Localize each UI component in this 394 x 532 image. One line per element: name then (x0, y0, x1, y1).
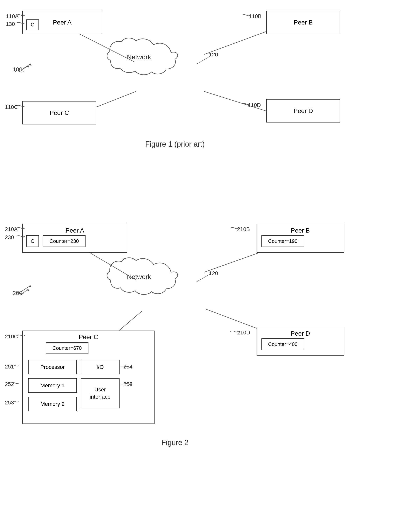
peer-a-counter-fig2: Counter=230 (43, 235, 86, 247)
label-251: 251 (5, 364, 14, 370)
peer-b-counter-fig2: Counter=190 (261, 235, 304, 247)
label-210a: 210A (5, 226, 17, 232)
peer-b-label-fig1: Peer B (294, 19, 313, 26)
peer-a-inner-c-fig2: C (26, 235, 39, 247)
arrow-100-fig1 (19, 64, 31, 72)
peer-c-counter-fig2: Counter=670 (46, 342, 88, 354)
arrow-200-fig2 (19, 288, 31, 296)
label-110b: 110B (249, 13, 261, 20)
label-110c: 110C (5, 104, 18, 110)
label-254: 254 (124, 364, 133, 370)
peer-c-label-fig2: Peer C (22, 334, 155, 341)
label-253: 253 (5, 400, 14, 406)
svg-line-9 (196, 274, 210, 282)
label-210d: 210D (237, 330, 250, 336)
memory1-box: Memory 1 (28, 378, 77, 393)
peer-d-label-fig2: Peer D (290, 330, 310, 337)
user-interface-label: Userinterface (90, 386, 110, 400)
processor-box: Processor (28, 360, 77, 374)
peer-b-label-fig2: Peer B (291, 227, 310, 234)
user-interface-box: Userinterface (81, 378, 119, 408)
network-label-fig1: Network (127, 53, 151, 61)
peer-d-counter-fig2: Counter=400 (261, 338, 304, 350)
peer-a-label-fig2: Peer A (66, 227, 84, 234)
label-110d: 110D (248, 102, 261, 108)
peer-c-label-fig1: Peer C (50, 109, 69, 116)
label-130: 130 (6, 21, 15, 27)
peer-a-inner-c-fig1: C (26, 20, 39, 30)
figure1-caption: Figure 1 (prior art) (117, 140, 233, 148)
peer-d-label-fig1: Peer D (294, 107, 313, 115)
peer-c-box-fig1: Peer C (22, 101, 96, 125)
memory2-box: Memory 2 (28, 397, 77, 411)
peer-d-box-fig1: Peer D (266, 99, 340, 122)
diagram-svg: Network Network (0, 0, 394, 532)
svg-line-10 (21, 66, 28, 70)
diagram-container: Network Network Peer A C (0, 0, 394, 532)
network-label-fig2: Network (127, 273, 151, 280)
label-230: 230 (5, 234, 14, 240)
label-255: 255 (124, 381, 133, 387)
svg-line-4 (196, 56, 210, 64)
label-110a: 110A (6, 13, 18, 20)
label-210b: 210B (237, 226, 250, 232)
io-box: I/O (81, 360, 119, 374)
svg-marker-17 (29, 285, 31, 287)
label-120-fig1: 120 (209, 52, 218, 58)
figure2-caption: Figure 2 (117, 438, 233, 447)
svg-marker-11 (27, 65, 29, 68)
svg-line-12 (21, 290, 28, 294)
peer-b-box-fig1: Peer B (266, 11, 340, 34)
label-210c: 210C (5, 334, 18, 340)
squiggle-lines (0, 0, 394, 532)
label-252: 252 (5, 381, 14, 387)
peer-a-label-fig1: Peer A (53, 19, 72, 26)
svg-marker-13 (27, 289, 29, 291)
label-120-fig2: 120 (209, 270, 218, 276)
